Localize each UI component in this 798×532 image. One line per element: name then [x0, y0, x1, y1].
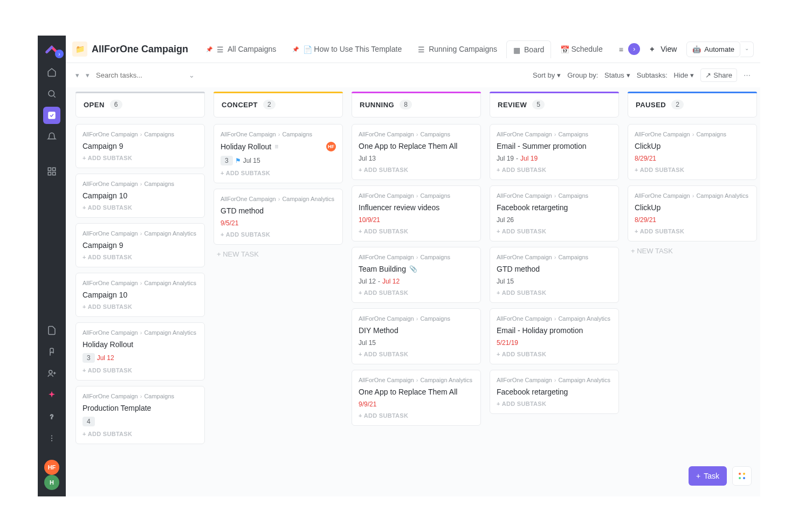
add-subtask-button[interactable]: + ADD SUBTASK	[82, 303, 198, 310]
date: 8/29/21	[635, 216, 656, 224]
add-subtask-button[interactable]: + ADD SUBTASK	[497, 400, 612, 407]
automate-button[interactable]: 🤖 Automate	[686, 42, 740, 57]
expand-sidebar-icon[interactable]: ›	[55, 50, 64, 58]
column-count: 2	[671, 100, 684, 109]
task-card[interactable]: AllForOne Campaign›CampaignsDIY MethodJu…	[352, 308, 481, 364]
group-by-button[interactable]: Group by: Status ▾	[567, 71, 630, 79]
add-view-button[interactable]: + View	[644, 42, 682, 57]
add-subtask-button[interactable]: + ADD SUBTASK	[221, 170, 336, 176]
task-card[interactable]: AllForOne Campaign›CampaignsInfluencer r…	[352, 185, 481, 241]
breadcrumb: AllForOne Campaign›Campaigns	[82, 131, 198, 137]
card-meta: Jul 12 - Jul 12	[359, 278, 474, 285]
date: Jul 15	[359, 339, 376, 347]
task-card[interactable]: AllForOne Campaign›Campaign AnalyticsGTD…	[214, 189, 343, 245]
sort-by-button[interactable]: Sort by ▾	[533, 71, 561, 79]
user-avatar-h[interactable]: H	[44, 475, 59, 490]
invite-icon[interactable]	[43, 365, 60, 382]
column-header[interactable]: OPEN6	[75, 92, 205, 118]
task-card[interactable]: AllForOne Campaign›CampaignsOne App to R…	[352, 124, 481, 180]
add-subtask-button[interactable]: + ADD SUBTASK	[82, 431, 198, 437]
docs-icon[interactable]	[43, 322, 60, 339]
apps-fab[interactable]	[732, 466, 752, 486]
tab-gantt[interactable]: ≡Gantt	[612, 40, 624, 58]
add-subtask-button[interactable]: + ADD SUBTASK	[359, 412, 474, 419]
page-title: AllForOne Campaign	[92, 44, 188, 55]
tab-running-campaigns[interactable]: ☰Running Campaigns	[411, 40, 504, 58]
svg-rect-1	[48, 112, 56, 119]
add-subtask-button[interactable]: + ADD SUBTASK	[359, 351, 474, 357]
add-subtask-button[interactable]: + ADD SUBTASK	[82, 155, 198, 161]
tasks-icon[interactable]	[43, 107, 60, 124]
dashboards-icon[interactable]	[43, 163, 60, 180]
date: Jul 26	[497, 216, 514, 224]
task-card[interactable]: AllForOne Campaign›CampaignsFacebook ret…	[490, 185, 619, 241]
task-card[interactable]: AllForOne Campaign›CampaignsCampaign 10+…	[75, 174, 205, 218]
task-card[interactable]: AllForOne Campaign›Campaign AnalyticsCam…	[75, 223, 205, 267]
help-icon[interactable]: ?	[43, 408, 60, 425]
tab-how-to-use-this-template[interactable]: 📌📄How to Use This Template	[285, 40, 409, 58]
home-icon[interactable]	[43, 64, 60, 81]
app-logo[interactable]: ›	[44, 42, 59, 57]
task-card[interactable]: AllForOne Campaign›CampaignsEmail - Summ…	[490, 124, 619, 180]
svg-point-14	[739, 477, 741, 479]
add-subtask-button[interactable]: + ADD SUBTASK	[82, 254, 198, 260]
tab-board[interactable]: ▦Board	[506, 40, 551, 58]
notifications-icon[interactable]	[43, 128, 60, 146]
tabs-scroll-right[interactable]: ›	[628, 43, 640, 55]
task-card[interactable]: AllForOne Campaign›CampaignsProduction T…	[75, 386, 205, 444]
user-avatar-hf[interactable]: HF	[44, 460, 59, 475]
card-meta: Jul 13	[359, 155, 474, 162]
search-icon[interactable]	[43, 85, 60, 102]
new-task-button[interactable]: + NEW TASK	[214, 245, 343, 264]
column-header[interactable]: CONCEPT2	[214, 92, 343, 118]
add-subtask-button[interactable]: + ADD SUBTASK	[497, 351, 612, 357]
task-card[interactable]: AllForOne Campaign›Campaign AnalyticsEma…	[490, 308, 619, 364]
breadcrumb: AllForOne Campaign›Campaigns	[497, 192, 612, 199]
add-subtask-button[interactable]: + ADD SUBTASK	[82, 204, 198, 211]
board: OPEN6AllForOne Campaign›CampaignsCampaig…	[66, 87, 760, 496]
column-count: 5	[532, 100, 545, 109]
task-card[interactable]: AllForOne Campaign›CampaignsHoliday Roll…	[214, 124, 343, 183]
tab-schedule[interactable]: 📅Schedule	[553, 40, 609, 58]
add-subtask-button[interactable]: + ADD SUBTASK	[635, 167, 750, 173]
new-task-fab[interactable]: + Task	[689, 466, 727, 486]
add-subtask-button[interactable]: + ADD SUBTASK	[359, 228, 474, 234]
add-subtask-button[interactable]: + ADD SUBTASK	[359, 167, 474, 173]
column-header[interactable]: PAUSED2	[628, 92, 757, 118]
add-subtask-button[interactable]: + ADD SUBTASK	[497, 289, 612, 296]
tab-label: All Campaigns	[228, 45, 276, 53]
date: 9/9/21	[359, 400, 376, 408]
search-input[interactable]	[96, 71, 182, 79]
share-button[interactable]: ↗ Share	[700, 68, 737, 82]
search-caret[interactable]: ⌄	[189, 71, 195, 79]
task-card[interactable]: AllForOne Campaign›Campaign AnalyticsHol…	[75, 322, 205, 381]
goals-icon[interactable]	[43, 343, 60, 361]
add-subtask-button[interactable]: + ADD SUBTASK	[221, 231, 336, 238]
task-card[interactable]: AllForOne Campaign›CampaignsTeam Buildin…	[352, 247, 481, 303]
add-subtask-button[interactable]: + ADD SUBTASK	[497, 167, 612, 173]
tab-all-campaigns[interactable]: 📌☰All Campaigns	[199, 40, 283, 58]
task-card[interactable]: AllForOne Campaign›Campaign AnalyticsFac…	[490, 370, 619, 414]
ai-icon[interactable]	[43, 386, 60, 404]
subtasks-button[interactable]: Subtasks: Hide ▾	[637, 71, 694, 79]
task-card[interactable]: AllForOne Campaign›Campaign AnalyticsCam…	[75, 273, 205, 317]
task-card[interactable]: AllForOne Campaign›CampaignsGTD methodJu…	[490, 247, 619, 303]
column-header[interactable]: REVIEW5	[490, 92, 619, 118]
add-subtask-button[interactable]: + ADD SUBTASK	[359, 289, 474, 296]
tab-label: Board	[524, 45, 544, 54]
date: 8/29/21	[635, 155, 656, 162]
more-icon[interactable]	[43, 430, 60, 447]
add-subtask-button[interactable]: + ADD SUBTASK	[635, 228, 750, 234]
filter-icon[interactable]: ▾	[75, 71, 79, 79]
task-card[interactable]: AllForOne Campaign›Campaign AnalyticsCli…	[628, 185, 757, 241]
more-options-icon[interactable]: ⋯	[744, 71, 751, 79]
column-header[interactable]: RUNNING8	[352, 92, 481, 118]
add-subtask-button[interactable]: + ADD SUBTASK	[497, 228, 612, 234]
task-card[interactable]: AllForOne Campaign›CampaignsClickUp8/29/…	[628, 124, 757, 180]
automate-caret[interactable]: ⌄	[740, 42, 754, 57]
new-task-button[interactable]: + NEW TASK	[628, 241, 757, 260]
task-card[interactable]: AllForOne Campaign›CampaignsCampaign 9+ …	[75, 124, 205, 168]
assignee-avatar[interactable]: HF	[326, 142, 336, 151]
task-card[interactable]: AllForOne Campaign›Campaign AnalyticsOne…	[352, 370, 481, 426]
add-subtask-button[interactable]: + ADD SUBTASK	[82, 367, 198, 374]
